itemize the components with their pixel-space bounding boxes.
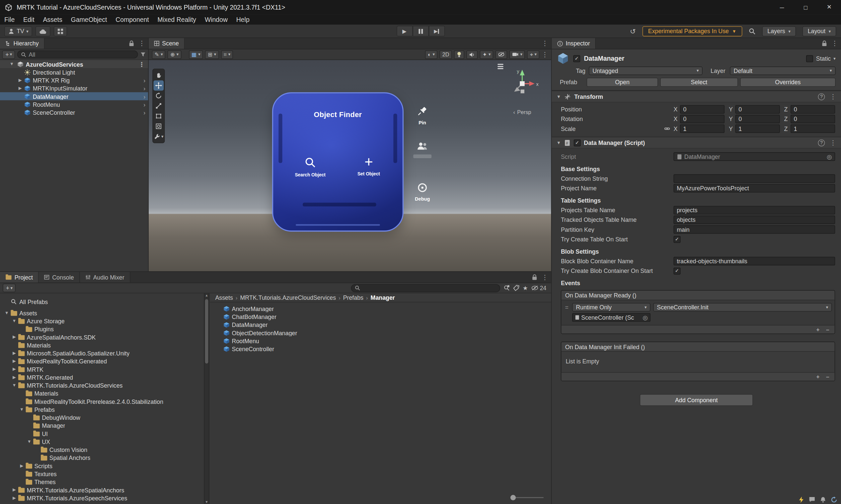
panel-menu-icon[interactable]: ⋮ xyxy=(138,40,145,47)
static-checkbox[interactable] xyxy=(806,55,813,62)
prefab-open-chevron[interactable]: › xyxy=(143,77,145,83)
foldout-arrow[interactable]: ▼ xyxy=(26,439,33,444)
folder-row[interactable]: ▶ AzureSpatialAnchors.SDK xyxy=(0,333,209,341)
position-z-field[interactable]: 0 xyxy=(791,105,835,114)
add-event-button[interactable]: + xyxy=(813,326,823,333)
debug-button[interactable]: Debug xyxy=(406,182,439,202)
tab-console[interactable]: Console xyxy=(39,272,80,283)
foldout-arrow[interactable]: ▼ xyxy=(11,319,18,324)
prefab-open-button[interactable]: Open xyxy=(587,77,658,87)
folder-row[interactable]: ▶ MRTK.Tutorials.AzureSpatialAnchors xyxy=(0,486,209,494)
pause-button[interactable] xyxy=(413,26,429,36)
breadcrumb-item[interactable]: Prefabs › xyxy=(343,294,368,301)
active-checkbox[interactable]: ✓ xyxy=(573,55,580,62)
people-button[interactable] xyxy=(406,142,439,158)
scale-z-field[interactable]: 1 xyxy=(791,124,835,133)
tab-hierarchy[interactable]: Hierarchy xyxy=(0,38,45,49)
favorite-row[interactable]: All Prefabs xyxy=(0,298,209,305)
folder-row[interactable]: Materials xyxy=(0,389,209,397)
prefab-open-chevron[interactable]: › xyxy=(143,109,145,115)
menu-item[interactable]: Help xyxy=(232,15,254,25)
breadcrumb-item[interactable]: MRTK.Tutorials.AzureCloudServices › xyxy=(240,294,340,301)
rotation-x-field[interactable]: 0 xyxy=(680,115,724,123)
folder-row[interactable]: ▶ MRTK.Generated xyxy=(0,373,209,381)
search-by-type-icon[interactable] xyxy=(503,285,510,291)
project-name-field[interactable]: MyAzurePowerToolsProject xyxy=(673,184,835,193)
folder-row[interactable]: Plugins xyxy=(0,325,209,333)
scroll-down-icon[interactable]: ▼ xyxy=(204,500,209,504)
help-icon[interactable]: ? xyxy=(818,139,825,146)
folder-row[interactable]: Textures xyxy=(0,470,209,478)
add-component-button[interactable]: Add Component xyxy=(640,394,753,406)
save-search-star-icon[interactable]: ★ xyxy=(523,285,528,291)
folder-row[interactable]: Manager xyxy=(0,421,209,429)
foldout-arrow[interactable]: ▼ xyxy=(3,310,10,315)
breadcrumb-item[interactable]: Assets › xyxy=(215,294,237,301)
tab-inspector[interactable]: Inspector xyxy=(552,38,596,49)
menu-item[interactable]: Edit xyxy=(19,15,38,25)
menu-item[interactable]: Mixed Reality xyxy=(153,15,201,25)
transform-header[interactable]: ▼ Transform ? ⋮ xyxy=(552,91,841,103)
menu-item[interactable]: GameObject xyxy=(67,15,111,25)
menu-item[interactable]: File xyxy=(0,15,19,25)
filter-icon[interactable] xyxy=(140,51,146,57)
step-button[interactable]: ▶ xyxy=(428,26,445,36)
minimize-button[interactable]: ─ xyxy=(770,0,794,15)
services-grid-button[interactable] xyxy=(54,26,67,36)
custom-tool-button[interactable]: ▾ xyxy=(153,131,164,142)
folder-row[interactable]: ▶ MRTK.Tutorials.AzureSpeechServices xyxy=(0,494,209,502)
tag-dropdown[interactable]: Untagged▾ xyxy=(589,66,703,75)
create-asset-button[interactable]: +▾ xyxy=(3,284,16,292)
foldout-arrow[interactable]: ▶ xyxy=(17,86,23,91)
folder-row[interactable]: ▼ Azure Storage xyxy=(0,317,209,325)
tab-project[interactable]: Project xyxy=(0,272,39,283)
event-function-dropdown[interactable]: SceneController.Init▾ xyxy=(653,303,832,312)
lock-icon[interactable] xyxy=(128,40,134,47)
hierarchy-row[interactable]: Directional Light xyxy=(0,68,148,76)
grid-snapping-dropdown[interactable]: ▦▾ xyxy=(189,50,203,59)
hierarchy-row[interactable]: DataManager › xyxy=(0,92,148,100)
notification-bell-icon[interactable] xyxy=(820,497,826,503)
prefab-open-chevron[interactable]: › xyxy=(143,85,145,91)
hidden-objects-icon[interactable] xyxy=(496,50,508,59)
lock-icon[interactable] xyxy=(821,40,827,47)
folder-row[interactable]: ▼ Assets xyxy=(0,309,209,317)
foldout-arrow[interactable]: ▶ xyxy=(11,375,18,380)
asset-row[interactable]: ChatBotManager xyxy=(210,313,551,321)
scene-viewport[interactable]: ▾ y x ‹ xyxy=(149,60,551,271)
snap-increment-dropdown[interactable]: ⊞▾ xyxy=(205,50,219,59)
connection-string-field[interactable] xyxy=(673,175,835,183)
layout-dropdown[interactable]: Layout▾ xyxy=(803,26,836,36)
activity-spark-icon[interactable] xyxy=(799,497,804,503)
menu-item[interactable]: Assets xyxy=(38,15,66,25)
scale-link-icon[interactable] xyxy=(664,125,670,132)
overlay-menu-icon[interactable] xyxy=(498,64,503,69)
close-button[interactable]: ✕ xyxy=(818,0,841,15)
remove-event-button[interactable]: − xyxy=(823,373,833,381)
maximize-button[interactable]: □ xyxy=(794,0,818,15)
effects-dropdown[interactable]: ✦▾ xyxy=(480,50,494,59)
static-dropdown-icon[interactable]: ▾ xyxy=(834,56,835,61)
scale-y-field[interactable]: 1 xyxy=(735,124,779,133)
render-doc-dropdown[interactable]: ◐▾ xyxy=(425,50,437,59)
scale-tool-button[interactable] xyxy=(153,101,164,111)
projection-label[interactable]: ‹ Persp xyxy=(505,109,539,115)
rotation-z-field[interactable]: 0 xyxy=(791,115,835,123)
menu-item[interactable]: Window xyxy=(201,15,232,25)
foldout-arrow[interactable]: ▶ xyxy=(17,77,23,83)
tab-scene[interactable]: Scene xyxy=(149,38,185,49)
component-enabled-checkbox[interactable]: ✓ xyxy=(574,139,581,146)
rect-tool-button[interactable] xyxy=(153,111,164,121)
pin-button[interactable]: Pin xyxy=(406,105,439,125)
scene-toolbar-menu-icon[interactable]: ⋮ xyxy=(542,51,548,57)
help-icon[interactable]: ? xyxy=(818,93,825,100)
audio-toggle[interactable] xyxy=(466,50,478,59)
script-component-header[interactable]: ▼ # ✓ Data Manager (Script) ? ⋮ xyxy=(552,137,841,148)
create-object-button[interactable]: +▾ xyxy=(2,50,15,59)
hierarchy-search-input[interactable]: All xyxy=(17,50,138,58)
folder-row[interactable]: Spatial Anchors xyxy=(0,454,209,462)
scale-x-field[interactable]: 1 xyxy=(680,124,724,133)
folder-row[interactable]: MixedRealityToolkit.Prerelease.2.4.0.Sta… xyxy=(0,397,209,405)
folder-row[interactable]: Themes xyxy=(0,478,209,486)
foldout-arrow[interactable]: ▼ xyxy=(11,383,18,388)
